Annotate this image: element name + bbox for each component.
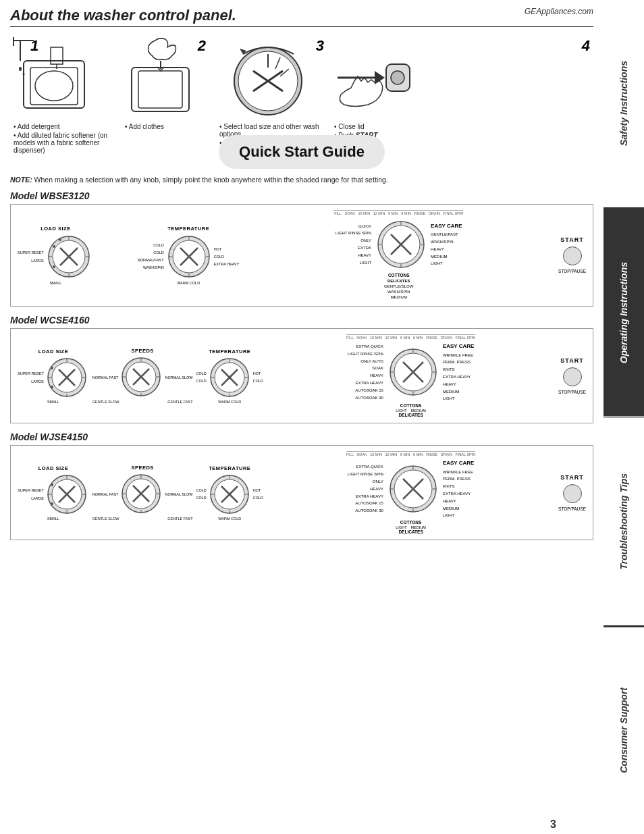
svg-rect-10 <box>132 68 189 111</box>
wbse3120-cycle-knob <box>374 217 428 271</box>
svg-rect-11 <box>138 71 182 108</box>
step-1-illustration <box>10 34 105 122</box>
wjse4150-full-panel: LOAD SIZE SUPER RESET LARGE <box>18 451 586 534</box>
wbse3120-load-knob <box>45 233 92 280</box>
wjse4150-speeds: SPEEDS NORMAL FAST <box>92 465 193 521</box>
svg-point-21 <box>391 71 404 84</box>
note-label: NOTE: <box>10 176 32 184</box>
model-wcse4160-title: Model WCSE4160 <box>10 315 593 325</box>
wjse4150-temperature: TEMPERATURE COLD COLD <box>196 465 264 521</box>
wbse3120-start-button[interactable] <box>563 246 582 265</box>
wjse4150-load-knob <box>45 473 89 517</box>
model-wbse3120: Model WBSE3120 LOAD SIZE SUPER RESET LAR… <box>10 190 593 307</box>
svg-point-30 <box>53 245 55 248</box>
model-wcse4160: Model WCSE4160 LOAD SIZE SUPER RESET LAR… <box>10 315 593 423</box>
sidebar-consumer: Consumer Support <box>603 627 644 835</box>
wcse4160-start: START STOP/PAUSE <box>558 357 586 395</box>
wbse3120-temp-knob <box>165 233 213 280</box>
qsg-oval-container: Quick Start Guide <box>219 135 385 169</box>
wjse4150-start: START STOP/PAUSE <box>558 474 586 512</box>
sidebar-operating: Operating Instructions <box>603 209 644 419</box>
brand-url: GEAppliances.com <box>525 7 593 16</box>
model-wbse3120-panel: LOAD SIZE SUPER RESET LARGE <box>10 204 593 307</box>
wjse4150-speeds-knob <box>119 472 163 516</box>
svg-rect-1 <box>30 68 78 105</box>
model-wjse4150-title: Model WJSE4150 <box>10 432 593 442</box>
quick-start-oval: Quick Start Guide <box>219 135 385 169</box>
wbse3120-cycle-area: FILL SOAK 15 MIN 12 MIN 9 MIN 6 MIN RINS… <box>242 210 555 301</box>
svg-point-2 <box>35 71 73 101</box>
wcse4160-full-panel: LOAD SIZE SUPER RESET LARGE <box>18 334 586 417</box>
quick-start-section: 1 Add <box>10 34 593 169</box>
sidebar-safety-label: Safety Instructions <box>618 61 630 146</box>
svg-point-31 <box>53 265 55 268</box>
step-1: 1 Add <box>10 34 115 155</box>
page-header: About the washer control panel. GEApplia… <box>10 7 593 27</box>
wcse4160-cycle-area: FILL SOAK 15 MIN 12 MIN 9 MIN 6 MIN RINS… <box>267 334 555 417</box>
wcse4160-temperature: TEMPERATURE COLD COLD <box>196 348 264 404</box>
wcse4160-speeds: SPEEDS NORMAL FAST <box>92 348 193 404</box>
model-wbse3120-title: Model WBSE3120 <box>10 190 593 201</box>
svg-rect-3 <box>51 47 63 64</box>
step-1-text: Add detergent Add diluted fabric softene… <box>10 123 115 155</box>
svg-point-9 <box>23 73 25 76</box>
svg-point-8 <box>19 67 22 71</box>
wcse4160-temp-knob <box>208 356 252 400</box>
sidebar-safety: Safety Instructions <box>603 0 644 209</box>
step-2: 2 Add clothes <box>122 34 209 132</box>
model-wcse4160-panel: LOAD SIZE SUPER RESET LARGE <box>10 328 593 423</box>
sidebar-consumer-label: Consumer Support <box>618 687 630 773</box>
page-number: 3 <box>550 818 556 831</box>
step-4-illustration <box>331 34 419 122</box>
svg-point-57 <box>51 367 53 369</box>
step-3-illustration <box>216 34 321 122</box>
step-3: 3 Select load siz <box>216 34 324 148</box>
wjse4150-temp-knob <box>208 473 252 517</box>
wcse4160-start-button[interactable] <box>563 367 582 386</box>
wjse4150-start-button[interactable] <box>563 484 582 503</box>
sidebar-troubleshooting: Troubleshooting Tips <box>603 418 644 627</box>
wbse3120-temperature: TEMPERATURE COLD COLD NORMAL/FAST WASH/S… <box>138 226 240 285</box>
wbse3120-load-size: LOAD SIZE SUPER RESET LARGE <box>18 226 94 285</box>
wcse4160-load-knob <box>45 356 89 400</box>
svg-point-92 <box>51 502 53 505</box>
main-content: About the washer control panel. GEApplia… <box>0 0 603 834</box>
sidebar-operating-label: Operating Instructions <box>618 262 630 363</box>
step-4: 4 Close lid Push START <box>331 34 593 140</box>
wcse4160-speeds-knob <box>119 355 163 399</box>
model-wjse4150: Model WJSE4150 LOAD SIZE SUPER RESET LAR… <box>10 432 593 540</box>
model-wjse4150-panel: LOAD SIZE SUPER RESET LARGE <box>10 445 593 540</box>
note-section: NOTE: When making a selection with any k… <box>10 176 593 184</box>
svg-point-91 <box>51 484 53 486</box>
step-2-text: Add clothes <box>122 123 209 132</box>
wjse4150-cycle-knob <box>386 462 440 516</box>
step-2-illustration <box>122 34 203 122</box>
page-title: About the washer control panel. <box>10 7 236 24</box>
wcse4160-cycle-knob <box>386 345 440 399</box>
svg-point-58 <box>51 386 53 388</box>
wbse3120-start: START STOP/PAUSE <box>558 236 586 274</box>
wjse4150-load-size: LOAD SIZE SUPER RESET LARGE <box>18 465 89 521</box>
note-text: When making a selection with any knob, s… <box>34 176 388 184</box>
sidebar-troubleshooting-label: Troubleshooting Tips <box>618 473 630 570</box>
svg-point-32 <box>59 238 61 241</box>
wcse4160-load-size: LOAD SIZE SUPER RESET LARGE <box>18 348 89 404</box>
wbse3120-full-panel: LOAD SIZE SUPER RESET LARGE <box>18 210 586 301</box>
wjse4150-cycle-area: FILL SOAK 15 MIN 12 MIN 9 MIN 6 MIN RINS… <box>267 451 555 534</box>
sidebar: Safety Instructions Operating Instructio… <box>603 0 644 834</box>
